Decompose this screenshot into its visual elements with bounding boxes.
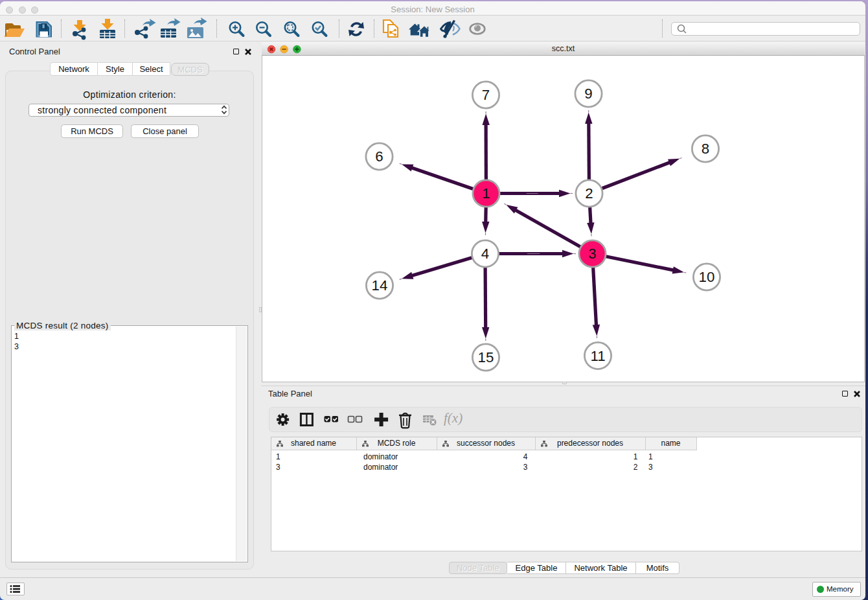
- svg-text:10: 10: [699, 269, 715, 285]
- svg-text:9: 9: [584, 86, 592, 102]
- svg-text:4: 4: [481, 246, 489, 262]
- svg-text:1: 1: [482, 185, 490, 202]
- svg-text:14: 14: [372, 277, 388, 294]
- svg-text:7: 7: [482, 87, 490, 103]
- svg-text:6: 6: [375, 148, 383, 165]
- svg-text:15: 15: [478, 349, 494, 365]
- svg-text:11: 11: [590, 347, 605, 363]
- svg-text:3: 3: [588, 246, 596, 262]
- svg-text:8: 8: [702, 141, 709, 157]
- svg-text:2: 2: [585, 185, 593, 202]
